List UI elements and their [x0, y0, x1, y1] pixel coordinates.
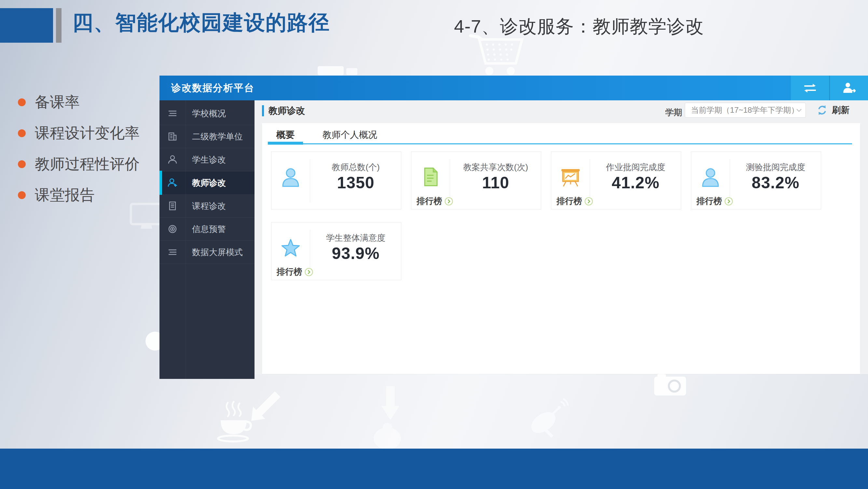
bullet-text: 备课率 [35, 92, 80, 112]
chevron-right-circle-icon [444, 197, 453, 206]
bullet-text: 教师过程性评价 [35, 154, 140, 174]
homework-board-icon [559, 166, 582, 189]
page-title: 4-7、诊改服务：教师教学诊改 [454, 15, 704, 39]
slide-footer: 常州工程职业技术学院 CHANGZHOU VOCATIONAL INSTITUT… [0, 449, 868, 489]
sidebar-item-school-overview[interactable]: 学校概况 [159, 102, 254, 125]
app-header: 诊改数据分析平台 [159, 76, 868, 100]
stat-label: 教案共享次数(次) [450, 162, 541, 173]
coffee-cup-watermark-icon [211, 400, 256, 444]
satellite-dish-watermark-icon [527, 398, 569, 439]
active-tab-underline [268, 142, 303, 145]
list-item: 教师过程性评价 [18, 149, 140, 179]
target-icon [167, 224, 178, 235]
list-item: 备课率 [18, 87, 140, 118]
bullet-icon [18, 160, 26, 168]
stat-card-teacher-total: 教师总数(个) 1350 [271, 151, 401, 209]
list-item: 课堂报告 [18, 179, 140, 210]
presentation-slide: 四、智能化校园建设的路径 4-7、诊改服务：教师教学诊改 备课率 课程设计变化率… [0, 0, 868, 489]
stat-value: 110 [450, 173, 541, 192]
list-icon [167, 247, 178, 258]
sidebar-item-secondary-units[interactable]: 二级教学单位 [159, 125, 254, 148]
overview-panel: 概要 教师个人概况 教师总数(个) 1350 教案共享次数(次) 110 [262, 123, 860, 374]
sidebar-item-label: 教师诊改 [192, 177, 226, 189]
swap-icon [803, 83, 817, 93]
tab-overview[interactable]: 概要 [268, 128, 303, 142]
sidebar-item-label: 二级教学单位 [192, 131, 243, 142]
document-icon [167, 200, 178, 211]
ranking-label: 排行榜 [416, 196, 442, 207]
bullet-icon [18, 98, 26, 106]
user-icon [167, 177, 178, 188]
semester-select[interactable]: 当前学期（17~18学年下学期） [685, 103, 806, 118]
stat-label: 教师总数(个) [310, 162, 402, 173]
teacher-icon [279, 166, 302, 189]
chevron-right-circle-icon [585, 197, 593, 206]
stat-card-quiz-review: 测验批阅完成度 83.2% 排行榜 [691, 151, 821, 209]
ranking-label: 排行榜 [696, 196, 722, 207]
sidebar-item-course-diagnosis[interactable]: 课程诊改 [159, 195, 254, 218]
stat-value: 93.9% [310, 244, 402, 263]
sidebar-item-label: 课程诊改 [192, 200, 226, 212]
main-content: 教师诊改 学期 当前学期（17~18学年下学期） 刷新 概要 教师个人概况 [254, 100, 868, 374]
chevron-right-circle-icon [305, 268, 313, 276]
tab-teacher-personal[interactable]: 教师个人概况 [314, 128, 386, 142]
hand-watermark-icon [368, 423, 406, 451]
bullet-icon [18, 130, 26, 137]
building-icon [167, 131, 178, 142]
sidebar-item-label: 数据大屏模式 [192, 247, 243, 258]
sidebar-item-teacher-diagnosis[interactable]: 教师诊改 [159, 171, 254, 195]
user-icon [167, 154, 178, 165]
stat-value: 1350 [310, 173, 402, 192]
list-item: 课程设计变化率 [18, 118, 140, 149]
bullet-list: 备课率 课程设计变化率 教师过程性评价 课堂报告 [18, 87, 140, 210]
stat-card-student-satisfaction: 学生整体满意度 93.9% 排行榜 [271, 222, 401, 280]
stat-label: 作业批阅完成度 [590, 162, 682, 173]
list-icon [167, 108, 178, 119]
ranking-label: 排行榜 [277, 266, 302, 278]
sidebar-item-label: 信息预警 [192, 224, 226, 235]
bullet-text: 课堂报告 [35, 185, 95, 205]
sidebar-item-label: 学校概况 [192, 108, 226, 119]
chevron-right-circle-icon [724, 197, 733, 206]
bullet-icon [18, 191, 26, 199]
stat-card-homework-review: 作业批阅完成度 41.2% 排行榜 [551, 151, 681, 209]
refresh-button[interactable]: 刷新 [816, 104, 849, 116]
sidebar-item-data-screen-mode[interactable]: 数据大屏模式 [159, 241, 254, 264]
sidebar-column-divider [186, 100, 186, 379]
bullet-text: 课程设计变化率 [35, 123, 140, 143]
app-window: 诊改数据分析平台 [159, 76, 868, 379]
title-decoration-bar [56, 8, 62, 43]
stat-value: 41.2% [590, 173, 682, 192]
ranking-label: 排行榜 [557, 196, 582, 207]
header-actions [791, 76, 868, 100]
tab-underline-track [268, 143, 852, 144]
sidebar-item-label: 学生诊改 [192, 154, 226, 166]
arrow-downleft-watermark-icon [248, 388, 284, 424]
stat-label: 学生整体满意度 [310, 232, 402, 244]
ranking-link[interactable]: 排行榜 [557, 196, 593, 207]
stat-card-lesson-share: 教案共享次数(次) 110 排行榜 [411, 151, 541, 209]
sidebar-item-student-diagnosis[interactable]: 学生诊改 [159, 148, 254, 171]
star-icon [279, 237, 302, 260]
title-decoration-square [0, 8, 53, 43]
user-add-icon [842, 82, 856, 94]
quiz-user-icon [699, 166, 722, 189]
content-heading: 教师诊改 [262, 105, 305, 116]
refresh-icon [816, 104, 828, 116]
semester-select-value: 当前学期（17~18学年下学期） [691, 103, 799, 117]
swap-button[interactable] [791, 76, 829, 100]
paper-tab-watermark-icon [346, 68, 358, 75]
user-account-button[interactable] [829, 76, 868, 100]
arrow-down-watermark-icon [378, 386, 403, 424]
paper-watermark-icon [318, 66, 344, 75]
app-brand-title: 诊改数据分析平台 [171, 76, 254, 100]
ranking-link[interactable]: 排行榜 [416, 196, 453, 207]
chevron-down-icon [797, 109, 802, 112]
section-title: 四、智能化校园建设的路径 [72, 8, 330, 37]
ranking-link[interactable]: 排行榜 [696, 196, 733, 207]
refresh-label: 刷新 [832, 104, 849, 116]
sidebar-item-info-warning[interactable]: 信息预警 [159, 218, 254, 241]
ranking-link[interactable]: 排行榜 [277, 266, 313, 278]
semester-label: 学期 [665, 107, 682, 118]
stat-label: 测验批阅完成度 [730, 162, 822, 173]
